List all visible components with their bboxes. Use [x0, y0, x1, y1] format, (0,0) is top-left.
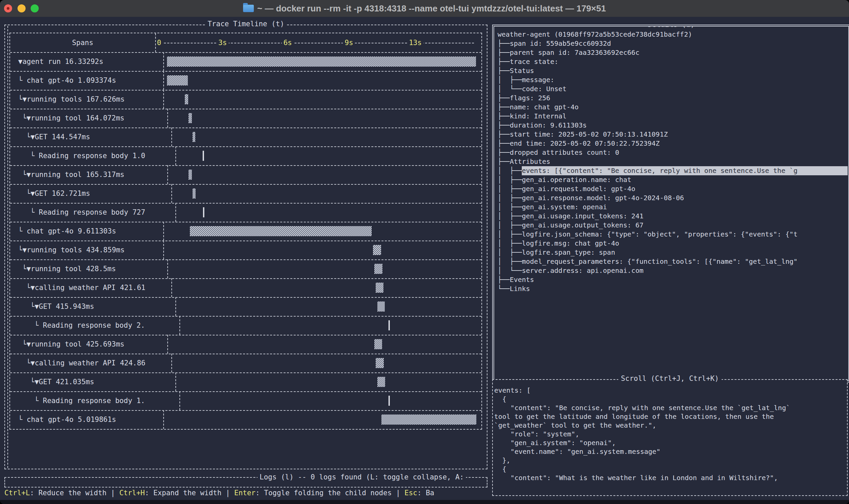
details-tree-node[interactable]: │ ├──gen_ai.response.model: gpt-4o-2024-…: [498, 194, 848, 202]
scroll-line: "event.name": "gen_ai.system.message": [494, 447, 846, 456]
tree-branch-glyph: ├──: [498, 121, 510, 130]
span-track: [164, 52, 481, 71]
span-row[interactable]: └▼running tool 428.5ms: [10, 259, 481, 279]
details-node-text: name: chat gpt-4o: [510, 103, 579, 112]
tree-branch-glyph: ├──: [498, 148, 510, 157]
details-tree-node[interactable]: ├──flags: 256: [498, 93, 848, 103]
span-label: └▼running tool 164.072ms: [10, 109, 168, 127]
details-node-text: message:: [522, 75, 554, 85]
tree-branch-glyph: │ ├──: [498, 166, 522, 175]
details-tree-node[interactable]: ├──Attributes: [498, 157, 848, 166]
close-button[interactable]: [4, 4, 12, 13]
details-tree-node[interactable]: │ ├──model_request_parameters: {"functio…: [498, 257, 848, 266]
details-tree-node[interactable]: weather-agent (01968ff972a5b53cede738dc9…: [498, 30, 848, 39]
details-tree-node[interactable]: │ ├──logfire.json_schema: {"type": "obje…: [498, 230, 848, 239]
details-tree-node[interactable]: │ ├──gen_ai.operation.name: chat: [498, 175, 848, 184]
span-duration-bar: [382, 414, 476, 425]
span-row[interactable]: └ Reading response body 1.0: [10, 146, 481, 166]
details-tree-node[interactable]: └──Links: [498, 284, 848, 293]
span-track: [168, 109, 481, 127]
details-node-text: gen_ai.operation.name: chat: [522, 175, 631, 184]
span-row[interactable]: └ chat gpt-4o 1.093374s: [10, 71, 481, 90]
span-duration-bar: [167, 56, 476, 67]
span-track: [180, 391, 481, 410]
span-row[interactable]: └▼calling weather API 424.86: [10, 354, 481, 373]
span-track: [164, 71, 481, 90]
zoom-button[interactable]: [31, 4, 39, 13]
span-row[interactable]: └▼GET 162.721ms: [10, 184, 481, 203]
details-tree-node[interactable]: ├──name: chat gpt-4o: [498, 103, 848, 112]
tree-branch-glyph: │ ├──: [498, 75, 522, 85]
span-row[interactable]: └▼running tools 434.859ms: [10, 240, 481, 260]
span-row[interactable]: └▼running tool 165.317ms: [10, 165, 481, 185]
details-tree-node[interactable]: │ └──code: Unset: [498, 85, 848, 93]
details-tree-node[interactable]: ├──duration: 9.611303s: [498, 121, 848, 130]
details-node-text: gen_ai.request.model: gpt-4o: [522, 184, 635, 194]
span-row[interactable]: └▼GET 144.547ms: [10, 127, 481, 147]
details-node-text: gen_ai.response.model: gpt-4o-2024-08-06: [522, 194, 684, 202]
details-tree-node[interactable]: │ ├──events: [{"content": "Be concise, r…: [498, 166, 848, 175]
details-panel[interactable]: Details (d) weather-agent (01968ff972a5b…: [492, 24, 849, 382]
statusbar-key: Ctrl+L: [4, 489, 30, 497]
tree-branch-glyph: ├──: [498, 157, 510, 166]
details-tree-node[interactable]: ├──kind: Internal: [498, 112, 848, 121]
details-tree-node[interactable]: │ ├──gen_ai.usage.input_tokens: 241: [498, 212, 848, 221]
details-tree-node[interactable]: │ ├──gen_ai.usage.output_tokens: 67: [498, 221, 848, 230]
tree-branch-glyph: │ ├──: [498, 212, 522, 221]
details-node-text: flags: 256: [510, 93, 550, 103]
details-node-text: weather-agent (01968ff972a5b53cede738dc9…: [498, 30, 692, 39]
details-tree-node[interactable]: ├──span id: 559ab5e9cc60932d: [498, 39, 848, 48]
window-title-group: ~ — docker run --rm -it -p 4318:4318 --n…: [243, 3, 606, 14]
span-duration-bar: [377, 302, 385, 311]
span-row[interactable]: └ Reading response body 727: [10, 203, 481, 222]
trace-timeline-panel-title: Trace Timeline (t): [205, 20, 287, 28]
span-track: [172, 184, 481, 203]
details-tree-node[interactable]: │ ├──gen_ai.request.model: gpt-4o: [498, 184, 848, 194]
details-tree-node[interactable]: ├──Events: [498, 275, 848, 284]
tree-branch-glyph: ├──: [498, 93, 510, 103]
details-tree-node[interactable]: ├──end time: 2025-05-02 07:50:22.752394Z: [498, 139, 848, 148]
tree-branch-glyph: ├──: [498, 57, 510, 66]
span-label: └ Reading response body 2.: [10, 316, 180, 335]
span-track: [164, 240, 481, 259]
details-tree-node[interactable]: ├──trace state:: [498, 57, 848, 66]
scroll-panel[interactable]: Scroll (Ctrl+J, Ctrl+K) events: [ { "con…: [492, 379, 848, 496]
span-row[interactable]: └▼GET 415.943ms: [10, 297, 481, 317]
details-tree-node[interactable]: │ └──server.address: api.openai.com: [498, 266, 848, 275]
span-row[interactable]: └ Reading response body 1.: [10, 391, 481, 411]
details-tree-node[interactable]: │ ├──logfire.msg: chat gpt-4o: [498, 239, 848, 248]
statusbar-hint: : Expand the width |: [145, 489, 234, 497]
span-row[interactable]: └ Reading response body 2.: [10, 316, 481, 336]
span-row[interactable]: └▼running tool 425.693ms: [10, 335, 481, 354]
details-tree-node[interactable]: │ ├──logfire.span_type: span: [498, 248, 848, 257]
span-track: [164, 222, 481, 240]
span-label: └ chat gpt-4o 1.093374s: [10, 71, 164, 90]
statusbar-key: Esc: [404, 489, 417, 497]
span-row[interactable]: └▼running tool 164.072ms: [10, 109, 481, 128]
minimize-button[interactable]: [18, 4, 25, 13]
span-duration-bar: [374, 339, 383, 349]
span-row[interactable]: └▼calling weather API 421.61: [10, 278, 481, 298]
tree-branch-glyph: │ ├──: [498, 175, 522, 184]
span-duration-bar: [193, 188, 196, 198]
window-title: ~ — docker run --rm -it -p 4318:4318 --n…: [257, 3, 606, 14]
details-tree-node[interactable]: ├──start time: 2025-05-02 07:50:13.14109…: [498, 130, 848, 139]
details-tree-node[interactable]: │ ├──gen_ai.system: openai: [498, 202, 848, 212]
span-row[interactable]: └ chat gpt-4o 9.611303s: [10, 222, 481, 241]
spans-table: Spans 03s6s9s13s ▼agent run 16.33292s└ c…: [10, 33, 482, 430]
logs-panel[interactable]: Logs (l) -- 0 logs found (L: toggle coll…: [4, 477, 488, 487]
details-tree-node[interactable]: │ ├──message:: [498, 75, 848, 85]
span-row[interactable]: └▼running tools 167.626ms: [10, 90, 481, 109]
details-tree-node[interactable]: ├──dropped attributes count: 0: [498, 148, 848, 157]
span-row[interactable]: └ chat gpt-4o 5.019861s: [10, 410, 481, 429]
window-bottom-edge: [0, 500, 849, 504]
axis-tick: 3s: [217, 39, 229, 47]
details-node-text: duration: 9.611303s: [510, 121, 587, 130]
tree-branch-glyph: ├──: [498, 130, 510, 139]
trace-timeline-panel[interactable]: Trace Timeline (t) Spans 03s6s9s13s ▼age…: [4, 24, 488, 469]
details-tree-node[interactable]: ├──Status: [498, 66, 848, 75]
span-track: [172, 127, 481, 146]
details-tree-node[interactable]: ├──parent span id: 7aa32363692ec66c: [498, 48, 848, 57]
span-row[interactable]: ▼agent run 16.33292s: [10, 52, 481, 72]
span-row[interactable]: └▼GET 421.035ms: [10, 373, 481, 392]
